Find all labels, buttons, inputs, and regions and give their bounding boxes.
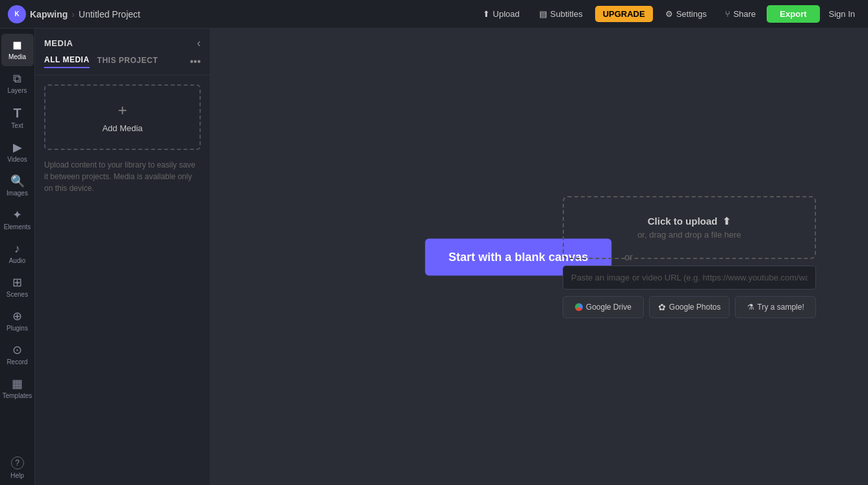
tab-this-project[interactable]: THIS PROJECT <box>97 56 158 68</box>
audio-icon: ♪ <box>14 243 20 255</box>
videos-icon: ▶ <box>13 142 22 153</box>
sidebar-item-label: Templates <box>3 392 32 400</box>
sidebar-item-videos[interactable]: ▶ Videos <box>1 136 34 169</box>
sidebar-item-plugins[interactable]: ⊕ Plugins <box>1 305 34 338</box>
record-icon: ⊙ <box>12 344 22 356</box>
upload-area: Click to upload ⬆ or, drag and drop a fi… <box>563 196 816 318</box>
drag-drop-text: or, drag and drop a file here <box>637 230 741 240</box>
sample-icon: ⚗ <box>747 303 754 312</box>
panel-body: + Add Media Upload content to your libra… <box>35 75 210 485</box>
sidebar-item-scenes[interactable]: ⊞ Scenes <box>1 271 34 304</box>
add-media-label: Add Media <box>102 123 142 133</box>
help-icon: ? <box>11 456 24 469</box>
templates-icon: ▦ <box>12 378 23 390</box>
google-drive-icon <box>575 303 583 311</box>
images-icon: 🔍 <box>10 175 25 187</box>
sidebar-item-label: Images <box>6 190 28 197</box>
media-help-text: Upload content to your library to easily… <box>44 159 201 194</box>
subtitles-button[interactable]: ▤ Subtitles <box>532 5 590 23</box>
main-layout: ◼ Media ⧉ Layers T Text ▶ Videos 🔍 Image… <box>0 29 868 485</box>
export-button[interactable]: Export <box>767 5 819 23</box>
sidebar-item-label: Videos <box>7 156 27 164</box>
sidebar-item-layers[interactable]: ⧉ Layers <box>1 68 34 100</box>
settings-icon: ⚙ <box>665 9 673 19</box>
kapwing-logo: K <box>8 5 26 23</box>
subtitles-icon: ▤ <box>539 9 547 19</box>
add-media-plus-icon: + <box>118 101 127 119</box>
elements-icon: ✦ <box>12 209 22 221</box>
sidebar-item-label: Elements <box>4 223 31 231</box>
sidebar-item-label: Record <box>6 358 27 366</box>
sidebar-item-elements[interactable]: ✦ Elements <box>1 204 34 236</box>
service-buttons: Google Drive ✿ Google Photos ⚗ Try a sam… <box>563 296 816 318</box>
sidebar-item-label: Help <box>10 472 24 480</box>
tab-all-media[interactable]: ALL MEDIA <box>44 55 90 68</box>
panel-more-button[interactable]: ••• <box>190 56 201 68</box>
google-drive-button[interactable]: Google Drive <box>563 296 644 318</box>
panel-header: MEDIA ‹ <box>35 29 210 55</box>
project-name[interactable]: Untitled Project <box>79 9 140 19</box>
share-icon: ⑂ <box>725 9 730 19</box>
sidebar-item-audio[interactable]: ♪ Audio <box>1 238 34 270</box>
topbar-left: K Kapwing › Untitled Project <box>8 5 470 23</box>
panel-collapse-button[interactable]: ‹ <box>197 36 201 50</box>
panel-tabs: ALL MEDIA THIS PROJECT ••• <box>35 55 210 75</box>
topbar: K Kapwing › Untitled Project ⬆ Upload ▤ … <box>0 0 868 29</box>
sidebar-item-text[interactable]: T Text <box>1 101 34 135</box>
upgrade-button[interactable]: UPGRADE <box>595 6 653 22</box>
sidebar-item-record[interactable]: ⊙ Record <box>1 339 34 371</box>
google-photos-button[interactable]: ✿ Google Photos <box>649 296 730 318</box>
google-photos-icon: ✿ <box>658 302 666 312</box>
brand-name: Kapwing <box>30 9 68 19</box>
try-sample-button[interactable]: ⚗ Try a sample! <box>735 296 816 318</box>
url-input[interactable] <box>563 266 816 290</box>
sidebar-item-label: Scenes <box>6 291 28 299</box>
settings-button[interactable]: ⚙ Settings <box>658 5 714 23</box>
click-to-upload-text: Click to upload ⬆ <box>648 216 732 227</box>
sidebar-item-images[interactable]: 🔍 Images <box>1 170 34 203</box>
panel-title: MEDIA <box>44 38 73 48</box>
sidebar-item-templates[interactable]: ▦ Templates <box>1 373 34 405</box>
left-nav: ◼ Media ⧉ Layers T Text ▶ Videos 🔍 Image… <box>0 29 35 485</box>
sidebar-item-media[interactable]: ◼ Media <box>1 34 34 66</box>
upload-arrow-icon: ⬆ <box>722 216 731 227</box>
sidebar-item-label: Media <box>8 53 26 61</box>
share-button[interactable]: ⑂ Share <box>718 5 763 23</box>
layers-icon: ⧉ <box>13 73 21 84</box>
upload-drop-zone[interactable]: Click to upload ⬆ or, drag and drop a fi… <box>563 196 816 259</box>
plugins-icon: ⊕ <box>12 310 22 322</box>
media-panel: MEDIA ‹ ALL MEDIA THIS PROJECT ••• + Add… <box>35 29 211 485</box>
upload-button[interactable]: ⬆ Upload <box>476 5 527 23</box>
sidebar-item-label: Plugins <box>6 325 28 332</box>
scenes-icon: ⊞ <box>12 277 22 288</box>
upload-icon: ⬆ <box>483 9 490 19</box>
topbar-center: ⬆ Upload ▤ Subtitles UPGRADE <box>476 5 653 23</box>
add-media-box[interactable]: + Add Media <box>44 84 201 150</box>
sidebar-item-help[interactable]: ? Help <box>1 451 34 485</box>
signin-button[interactable]: Sign In <box>824 6 860 22</box>
canvas-area: Start with a blank canvas or Click to up… <box>211 29 868 485</box>
topbar-right: ⚙ Settings ⑂ Share Export Sign In <box>658 5 860 23</box>
media-icon: ◼ <box>12 39 22 51</box>
sidebar-item-label: Layers <box>7 87 27 95</box>
breadcrumb-separator: › <box>71 9 75 19</box>
sidebar-item-label: Text <box>11 122 23 130</box>
text-icon: T <box>13 106 21 119</box>
sidebar-item-label: Audio <box>9 257 26 265</box>
